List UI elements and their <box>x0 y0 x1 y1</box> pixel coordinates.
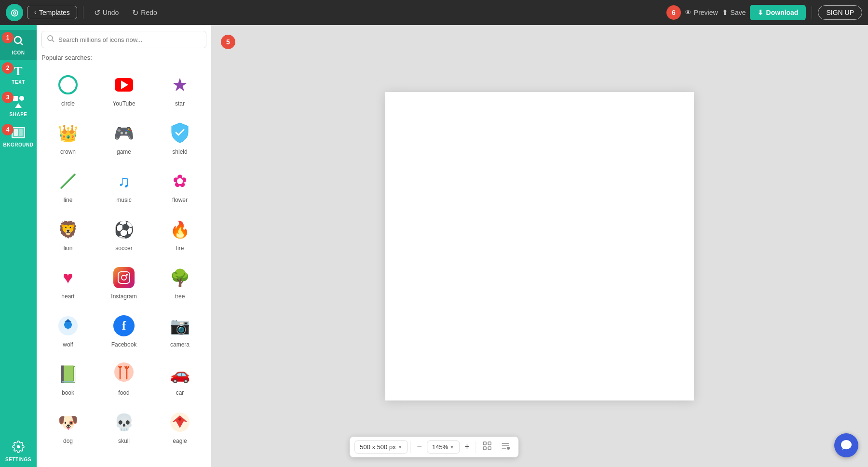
icon-tool-icon <box>13 35 24 48</box>
canvas-white-board[interactable] <box>385 92 694 400</box>
tool-text[interactable]: 2 T TEXT <box>0 60 37 90</box>
search-icon <box>47 35 54 44</box>
facebook-visual: f <box>111 313 136 338</box>
star-visual: ★ <box>167 72 192 97</box>
icon-item-instagram[interactable]: Instagram <box>97 259 150 304</box>
icon-item-camera[interactable]: 📷 camera <box>153 307 206 352</box>
zoom-out-button[interactable]: − <box>414 441 425 453</box>
icon-item-tree[interactable]: 🌳 tree <box>153 259 206 304</box>
icon-item-eagle[interactable]: eagle <box>153 403 206 449</box>
fire-visual: 🔥 <box>167 217 192 242</box>
icon-item-car[interactable]: 🚗 car <box>153 355 206 400</box>
icon-name-eagle: eagle <box>173 438 187 444</box>
icon-item-soccer[interactable]: ⚽ soccer <box>97 211 150 256</box>
save-button[interactable]: ⬆ Save <box>722 8 746 17</box>
youtube-visual <box>111 72 136 97</box>
icon-item-fire[interactable]: 🔥 fire <box>153 211 206 256</box>
svg-rect-7 <box>19 129 23 136</box>
skull-visual: 💀 <box>111 410 136 435</box>
icon-item-book[interactable]: 📗 book <box>41 355 95 400</box>
svg-marker-4 <box>15 103 22 108</box>
bottom-toolbar: 500 x 500 px ▼ − 145% ▼ + <box>350 437 518 457</box>
toolbar-divider-2 <box>475 441 476 453</box>
download-button[interactable]: ⬇ Download <box>750 5 806 20</box>
icon-name-fire: fire <box>176 245 184 252</box>
icon-item-facebook[interactable]: f Facebook <box>97 307 150 352</box>
icon-item-food[interactable]: food <box>97 355 150 400</box>
svg-point-26 <box>507 447 510 450</box>
camera-visual: 📷 <box>167 313 192 338</box>
icon-grid: circle YouTube ★ star <box>41 66 206 449</box>
tool-icon-label: ICON <box>12 50 25 55</box>
save-icon: ⬆ <box>722 8 728 17</box>
zoom-value[interactable]: 145% ▼ <box>427 440 460 454</box>
icon-item-game[interactable]: 🎮 game <box>97 114 150 160</box>
tool-icon[interactable]: 1 ICON <box>0 30 37 60</box>
signup-label: SIGN UP <box>826 9 854 16</box>
download-label: Download <box>766 9 799 16</box>
icon-name-star: star <box>175 100 185 107</box>
icon-item-wolf[interactable]: wolf <box>41 307 95 352</box>
settings-tool-icon <box>12 440 25 455</box>
icon-name-circle: circle <box>61 100 75 107</box>
icon-item-star[interactable]: ★ star <box>153 66 206 111</box>
redo-button[interactable]: ↻ Redo <box>127 6 162 20</box>
tool-badge-1: 1 <box>2 32 14 43</box>
size-selector[interactable]: 500 x 500 px ▼ <box>354 440 407 454</box>
icon-item-line[interactable]: line <box>41 162 95 208</box>
icon-item-flower[interactable]: ✿ flower <box>153 162 206 208</box>
tool-badge-4: 4 <box>2 124 14 135</box>
navbar: ◎ ‹ Templates ↺ Undo ↻ Redo 6 👁 Preview … <box>0 0 868 25</box>
icon-name-line: line <box>64 197 73 203</box>
undo-icon: ↺ <box>94 8 100 17</box>
svg-rect-2 <box>13 96 18 101</box>
icon-item-dog[interactable]: 🐶 dog <box>41 403 95 449</box>
undo-button[interactable]: ↺ Undo <box>89 6 123 20</box>
svg-point-13 <box>114 362 134 382</box>
instagram-visual <box>111 265 136 290</box>
tool-sidebar: 1 ICON 2 T TEXT 3 SHAPE <box>0 25 37 467</box>
icon-item-heart[interactable]: ♥ heart <box>41 259 95 304</box>
templates-label: Templates <box>39 9 70 16</box>
icon-name-food: food <box>118 389 129 396</box>
icon-item-lion[interactable]: 🦁 lion <box>41 211 95 256</box>
zoom-in-button[interactable]: + <box>461 441 473 453</box>
icon-name-flower: flower <box>172 197 188 203</box>
preview-button[interactable]: 👁 Preview <box>685 9 718 16</box>
line-visual <box>55 169 81 194</box>
align-button[interactable] <box>497 440 514 454</box>
size-label: 500 x 500 px <box>360 443 395 451</box>
canvas-badge: 5 <box>221 35 235 49</box>
icon-name-soccer: soccer <box>115 245 132 252</box>
icon-item-circle[interactable]: circle <box>41 66 95 111</box>
popular-searches-label: Popular searches: <box>41 54 206 61</box>
notification-badge: 6 <box>666 5 681 20</box>
tool-background[interactable]: 4 BKGROUND <box>0 122 37 152</box>
signup-button[interactable]: SIGN UP <box>818 5 862 20</box>
food-visual <box>111 361 136 387</box>
svg-point-0 <box>14 37 21 43</box>
chat-widget[interactable] <box>834 433 858 457</box>
grid-button[interactable] <box>479 440 495 454</box>
tool-badge-3: 3 <box>2 92 14 103</box>
icon-name-camera: camera <box>170 341 190 348</box>
preview-label: Preview <box>694 9 718 16</box>
svg-rect-5 <box>12 127 25 138</box>
tool-settings[interactable]: SETTINGS <box>0 436 37 467</box>
tool-shape-label: SHAPE <box>10 112 27 117</box>
icon-item-music[interactable]: ♫ music <box>97 162 150 208</box>
search-input[interactable] <box>58 36 201 43</box>
icon-item-skull[interactable]: 💀 skull <box>97 403 150 449</box>
icon-item-shield[interactable]: shield <box>153 114 206 160</box>
svg-point-12 <box>64 321 72 329</box>
tool-shape[interactable]: 3 SHAPE <box>0 90 37 122</box>
soccer-visual: ⚽ <box>111 217 136 242</box>
templates-button[interactable]: ‹ Templates <box>27 6 77 19</box>
eye-icon: 👁 <box>685 9 692 16</box>
icon-item-crown[interactable]: 👑 crown <box>41 114 95 160</box>
zoom-caret-icon: ▼ <box>449 444 454 450</box>
icon-item-youtube[interactable]: YouTube <box>97 66 150 111</box>
shield-visual <box>167 120 192 146</box>
app-logo: ◎ <box>6 4 23 21</box>
undo-label: Undo <box>103 9 119 16</box>
